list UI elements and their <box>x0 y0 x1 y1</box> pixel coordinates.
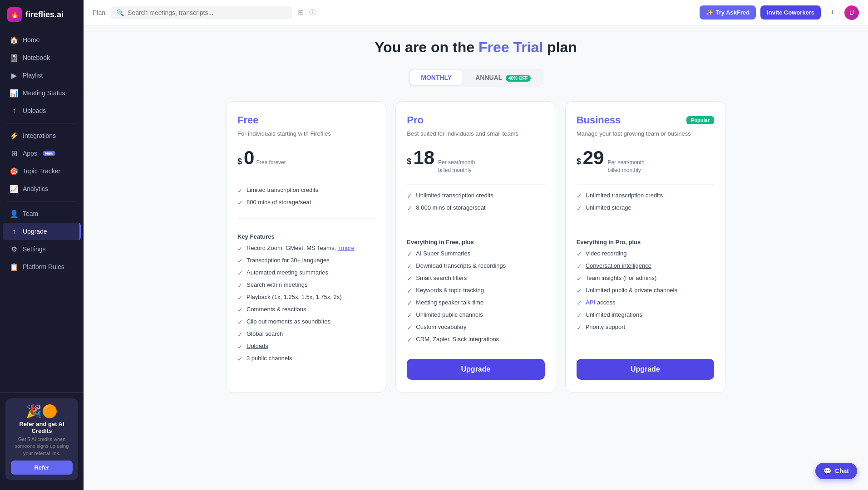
app-logo[interactable]: 🔥 fireflies.ai <box>0 0 84 27</box>
sidebar-item-label: Notebook <box>23 54 50 61</box>
upgrade-button-pro[interactable]: Upgrade <box>407 359 544 380</box>
check-icon: ✓ <box>577 275 582 282</box>
discount-badge: 40% OFF <box>506 75 531 82</box>
section-label-free: Key Features <box>237 233 375 240</box>
plan-name-business: Business <box>577 114 621 126</box>
sidebar-item-topic-tracker[interactable]: 🎯 Topic Tracker <box>3 162 81 180</box>
sidebar-item-settings[interactable]: ⚙ Settings <box>3 240 81 258</box>
refer-button[interactable]: Refer <box>11 461 73 475</box>
check-icon: ✓ <box>237 294 243 301</box>
plan-desc-free: For individuals starting with Fireflies <box>237 130 375 138</box>
header-actions: ✨ Try AskFred Invite Coworkers + U <box>700 5 859 20</box>
feature-item: ✓ Global search <box>237 330 375 338</box>
check-icon: ✓ <box>577 192 582 200</box>
sidebar-item-label: Upgrade <box>23 228 47 235</box>
invite-coworkers-button[interactable]: Invite Coworkers <box>760 5 821 20</box>
sidebar-item-upgrade[interactable]: ↑ Upgrade <box>3 223 81 240</box>
plan-card-pro: Pro Best suited for individuals and smal… <box>395 101 556 393</box>
app-name: fireflies.ai <box>25 10 64 20</box>
playlist-icon: ▶ <box>10 71 18 79</box>
search-input[interactable] <box>128 9 287 16</box>
sidebar-item-label: Platform Rules <box>23 263 64 270</box>
platform-rules-icon: 📋 <box>10 263 18 271</box>
sidebar-nav: 🏠 Home 📓 Notebook ▶ Playlist 📊 Meeting S… <box>0 27 84 392</box>
check-icon: ✓ <box>237 331 243 338</box>
chat-button[interactable]: 💬 Chat <box>815 463 857 479</box>
plan-highlight: Free Trial <box>478 39 543 55</box>
meeting-status-icon: 📊 <box>10 89 18 97</box>
sidebar-item-label: Analytics <box>23 185 48 192</box>
plan-divider <box>237 218 375 219</box>
feature-item: ✓ API access <box>577 299 714 307</box>
plan-name-pro: Pro <box>407 114 424 126</box>
sidebar-item-team[interactable]: 👤 Team <box>3 205 81 222</box>
feature-item: ✓ Custom vocabulary <box>407 323 544 331</box>
feature-item: ✓ Uploads <box>237 343 375 350</box>
feature-item: ✓ Unlimited public channels <box>407 311 544 319</box>
check-icon: ✓ <box>577 287 582 294</box>
feature-item: ✓ Search within meetings <box>237 281 375 289</box>
sidebar-item-platform-rules[interactable]: 📋 Platform Rules <box>3 258 81 275</box>
main-content: Plan 🔍 ⊞ ⓘ ✨ Try AskFred Invite Coworker… <box>84 0 868 490</box>
plus-more-link[interactable]: +more <box>338 245 355 251</box>
feature-item: ✓ Download transcripts & recordings <box>407 262 544 270</box>
sidebar-item-uploads[interactable]: ↑ Uploads <box>3 102 81 119</box>
page-content: You are on the Free Trial plan MONTHLY A… <box>84 25 868 490</box>
sidebar-item-playlist[interactable]: ▶ Playlist <box>3 67 81 84</box>
integrations-icon: ⚡ <box>10 132 18 140</box>
check-icon: ✓ <box>237 318 243 326</box>
grid-icon[interactable]: ⊞ <box>298 8 304 17</box>
plan-card-business: Business Popular Manage your fast growin… <box>565 101 725 393</box>
annual-toggle[interactable]: ANNUAL 40% OFF <box>464 70 542 85</box>
topic-tracker-icon: 🎯 <box>10 167 18 175</box>
sidebar-item-analytics[interactable]: 📈 Analytics <box>3 180 81 197</box>
feature-item: ✓ Unlimited transcription credits <box>577 192 714 200</box>
monthly-toggle[interactable]: MONTHLY <box>410 70 463 85</box>
sidebar-item-integrations[interactable]: ⚡ Integrations <box>3 127 81 144</box>
sidebar-item-home[interactable]: 🏠 Home <box>3 31 81 49</box>
sidebar-item-label: Topic Tracker <box>23 167 60 175</box>
popular-badge: Popular <box>686 116 714 124</box>
sidebar-item-label: Uploads <box>23 107 46 114</box>
add-button[interactable]: + <box>825 5 840 20</box>
check-icon: ✓ <box>237 282 243 289</box>
plan-divider <box>407 224 544 224</box>
feature-item: ✓ Priority support <box>577 323 714 331</box>
check-icon: ✓ <box>407 336 412 343</box>
settings-icon: ⚙ <box>10 245 18 253</box>
check-icon: ✓ <box>407 192 412 200</box>
check-icon: ✓ <box>237 187 243 194</box>
info-icon[interactable]: ⓘ <box>309 9 316 17</box>
check-icon: ✓ <box>237 270 243 277</box>
feature-item: ✓ Team insights (For admins) <box>577 274 714 282</box>
check-icon: ✓ <box>407 263 412 270</box>
sidebar-item-notebook[interactable]: 📓 Notebook <box>3 49 81 66</box>
feature-item: ✓ 800 mins of storage/seat <box>237 199 375 206</box>
plan-divider <box>407 184 544 185</box>
plan-card-free: Free For individuals starting with Firef… <box>226 101 386 393</box>
check-icon: ✓ <box>407 275 412 282</box>
sidebar-item-apps[interactable]: ⊞ Apps New <box>3 145 81 162</box>
refer-box: 🎉🟠 Refer and get AI Credits Get 5 AI cre… <box>5 398 78 480</box>
feature-item: ✓ Transcription for 30+ languages <box>237 257 375 265</box>
avatar[interactable]: U <box>844 5 859 20</box>
feature-item: ✓ Smart search filters <box>407 274 544 282</box>
search-bar: 🔍 <box>111 6 292 19</box>
sidebar-item-meeting-status[interactable]: 📊 Meeting Status <box>3 84 81 102</box>
feature-item: ✓ Clip out moments as soundbites <box>237 318 375 326</box>
page-title: You are on the Free Trial plan <box>102 39 850 56</box>
check-icon: ✓ <box>577 299 582 307</box>
feature-item: ✓ 3 public channels <box>237 355 375 363</box>
askfred-button[interactable]: ✨ Try AskFred <box>700 5 756 20</box>
feature-item: ✓ Video recording <box>577 250 714 258</box>
feature-item: ✓ Unlimited transcription credits <box>407 192 544 200</box>
price-amount-business: 29 <box>583 147 604 169</box>
home-icon: 🏠 <box>10 36 18 44</box>
nav-divider <box>7 123 76 123</box>
header: Plan 🔍 ⊞ ⓘ ✨ Try AskFred Invite Coworker… <box>84 0 868 25</box>
upgrade-button-business[interactable]: Upgrade <box>577 359 714 380</box>
plan-desc-pro: Best suited for individuals and small te… <box>407 130 544 138</box>
feature-item: ✓ Unlimited storage <box>577 204 714 212</box>
feature-item: ✓ AI Super Summaries <box>407 250 544 258</box>
plan-price-row-business: $ 29 Per seat/month billed monthly <box>577 147 714 174</box>
